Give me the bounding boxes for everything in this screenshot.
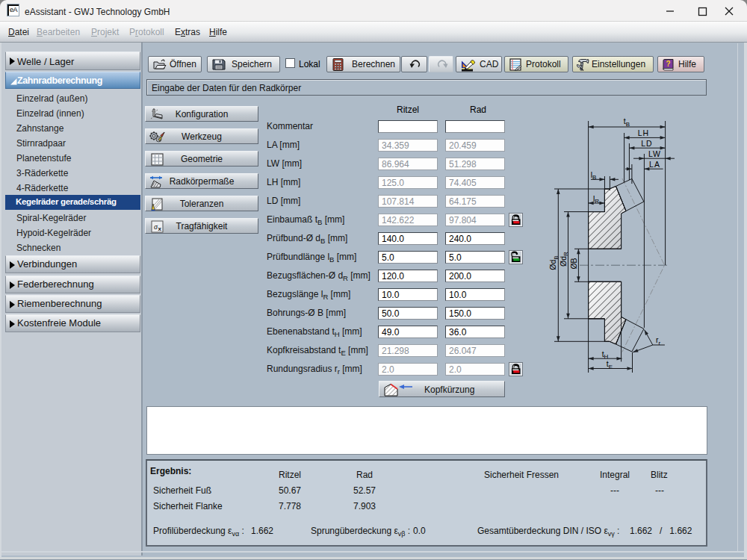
svg-text:ØdR: ØdR — [559, 252, 570, 267]
svg-text:LW: LW — [648, 149, 661, 158]
svg-text:ØB: ØB — [569, 258, 578, 269]
svg-text:rr: rr — [656, 335, 661, 346]
svg-text:?: ? — [666, 60, 670, 68]
svg-text:LA: LA — [649, 160, 660, 169]
svg-text:LH: LH — [638, 128, 649, 137]
svg-text:x: x — [158, 225, 162, 232]
svg-text:ØdB: ØdB — [548, 255, 560, 270]
svg-text:LD: LD — [641, 139, 652, 148]
svg-text:tB: tB — [624, 116, 630, 128]
